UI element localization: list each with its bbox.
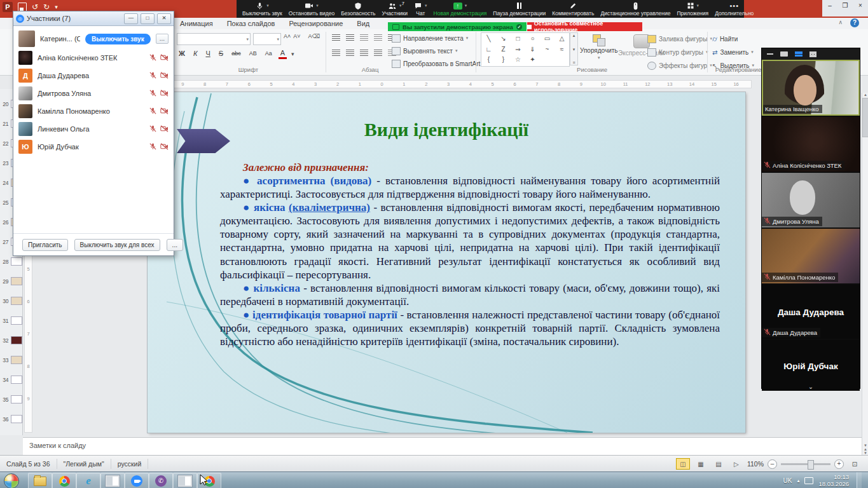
text-shadow-button[interactable]: abc <box>230 48 243 59</box>
more-videos-chevron-icon[interactable]: ⌄ <box>762 383 860 390</box>
status-language[interactable]: русский <box>111 459 149 469</box>
shape-glyph[interactable]: ▭ <box>541 34 553 44</box>
redo-icon[interactable]: ↻ <box>43 3 50 11</box>
footer-more-button[interactable]: ... <box>167 239 183 251</box>
tab-показ-слайдов[interactable]: Показ слайдов <box>220 18 282 29</box>
slideshow-view-button[interactable]: ▷ <box>729 458 743 470</box>
bold-button[interactable]: Ж <box>177 48 187 59</box>
taskbar-file-explorer-button[interactable] <box>28 473 52 488</box>
stop-sharing-button[interactable]: Остановить совместное использование <box>527 22 642 31</box>
shape-glyph[interactable]: ~ <box>541 44 553 55</box>
video-tile[interactable]: Дмитрова Уляна <box>762 173 860 227</box>
shape-glyph[interactable]: } <box>497 55 509 65</box>
decrease-indent-icon[interactable] <box>360 34 368 41</box>
tab-вид[interactable]: Вид <box>350 18 376 29</box>
align-center-icon[interactable] <box>346 50 354 56</box>
video-tile[interactable]: Даша ДудареваДаша Дударева <box>762 285 860 339</box>
zoom-level-label[interactable]: 110% <box>747 460 764 468</box>
single-view-icon[interactable] <box>780 51 788 57</box>
scroll-up-icon[interactable]: ▲ <box>864 93 867 97</box>
zoom-in-button[interactable]: + <box>834 459 844 469</box>
powerpoint-logo-icon[interactable]: P <box>3 2 13 12</box>
chevron-down-icon[interactable]: ▾ <box>266 3 269 8</box>
minimize-videos-icon[interactable] <box>767 53 773 55</box>
participants-maximize-button[interactable]: □ <box>141 13 155 24</box>
slide-thumbnail-32[interactable]: 32 <box>0 330 22 350</box>
tab-анимация[interactable]: Анимация <box>173 18 220 29</box>
zoom-toolbar-participants-button[interactable]: ▾7Участники <box>378 0 411 18</box>
shapes-scrollbar[interactable]: ▴▾≡ <box>570 32 578 65</box>
restore-button[interactable]: ❐ <box>837 0 853 17</box>
scrollbar-thumb[interactable] <box>862 98 868 137</box>
show-desktop-button[interactable] <box>857 472 862 488</box>
fit-to-window-button[interactable]: ⊡ <box>848 458 862 470</box>
save-icon[interactable] <box>18 3 27 11</box>
normal-view-button[interactable]: ◫ <box>676 458 690 470</box>
help-icon[interactable]: ? <box>850 18 859 27</box>
video-tile[interactable]: Аліна Колісніченко ЗТЕК <box>762 117 860 172</box>
find-button[interactable]: ⌭Найти <box>712 33 754 44</box>
arrange-button[interactable]: Упорядочить▾ <box>580 34 618 60</box>
zoom-toolbar-stop-video-button[interactable]: ▾Остановить видео <box>286 0 338 18</box>
zoom-toolbar-pause-share-button[interactable]: Пауза демонстрации <box>490 0 549 18</box>
zoom-out-button[interactable]: – <box>768 459 777 469</box>
strikethrough-button[interactable]: S <box>217 48 225 59</box>
video-tile[interactable]: Катерина Іващенко <box>762 60 860 116</box>
font-size-combo[interactable]: ▾ <box>253 33 281 45</box>
align-right-icon[interactable] <box>360 50 368 56</box>
zoom-slider-thumb[interactable] <box>808 460 814 470</box>
shape-fill-button[interactable]: Заливка фигуры▾ <box>647 33 712 44</box>
display-tray-icon[interactable] <box>804 477 813 484</box>
participant-row[interactable]: Аліна Колісніченко ЗТЕК <box>13 49 174 67</box>
shape-outline-button[interactable]: Контур фигуры▾ <box>647 46 712 58</box>
qat-menu-icon[interactable]: ▾ <box>55 3 58 11</box>
notes-pane[interactable]: Заметки к слайду <box>23 437 862 455</box>
participants-window-titlebar[interactable]: ◎ Участники (7) — □ ✕ <box>13 11 174 26</box>
hidden-icons-chevron[interactable]: ▴ <box>797 478 799 484</box>
tab-рецензирование[interactable]: Рецензирование <box>282 18 350 29</box>
zoom-toolbar-apps-button[interactable]: ▾Приложения <box>673 0 712 18</box>
clear-formatting-icon[interactable]: А⌫ <box>308 33 320 45</box>
slide-thumbnail-29[interactable]: 29 <box>0 271 22 291</box>
zoom-toolbar-annotate-button[interactable]: Комментировать <box>549 0 597 18</box>
bullet-list-icon[interactable] <box>332 34 340 41</box>
video-tile[interactable]: Камілла Пономаренко <box>762 229 860 283</box>
mute-all-button[interactable]: Выключить звук для всех <box>74 239 160 251</box>
slide-sorter-view-button[interactable]: ▦ <box>694 458 708 470</box>
slide-scrollbar[interactable]: ▲ ▼ ▲ ▼ <box>862 93 868 455</box>
shape-glyph[interactable]: ╲ <box>483 34 495 44</box>
taskbar-chrome-button[interactable] <box>52 473 76 488</box>
split-view-icon[interactable] <box>795 51 803 57</box>
font-name-combo[interactable]: ▾ <box>177 33 251 45</box>
shape-glyph[interactable]: △ <box>556 34 568 44</box>
shape-glyph[interactable]: ⇒ <box>512 44 524 55</box>
start-button[interactable] <box>4 473 19 488</box>
invite-button[interactable]: Пригласить <box>22 239 68 251</box>
chevron-down-icon[interactable]: ▾ <box>697 3 699 8</box>
reading-view-button[interactable]: ▤ <box>712 458 726 470</box>
chevron-down-icon[interactable]: ▾ <box>465 3 467 8</box>
undo-icon[interactable]: ↺ <box>32 3 38 11</box>
justify-icon[interactable] <box>374 50 382 56</box>
participant-row-self[interactable]: Катерин... (Организатор, я) Выключить зв… <box>13 29 174 49</box>
taskbar-zoom-app-button[interactable] <box>125 473 149 488</box>
chevron-down-icon[interactable]: ▾ <box>425 3 427 8</box>
zoom-toolbar-more-button[interactable]: •••Дополнительно <box>712 0 757 18</box>
zoom-toolbar-mute-button[interactable]: ▾Выключить звук <box>239 0 286 18</box>
zoom-slider[interactable] <box>781 463 830 465</box>
participants-minimize-button[interactable]: — <box>124 13 138 24</box>
language-indicator[interactable]: UK <box>783 477 792 484</box>
character-spacing-button[interactable]: АВ <box>247 48 259 59</box>
chevron-down-icon[interactable]: ▾ <box>316 3 319 8</box>
slide-thumbnail-33[interactable]: 33 <box>0 350 22 370</box>
slide-thumbnail-35[interactable]: 35 <box>0 390 22 409</box>
shape-glyph[interactable]: □ <box>512 34 524 44</box>
taskbar-powerpoint-window-button[interactable] <box>100 473 125 488</box>
video-tile[interactable]: Юрій Дубчак⌄ <box>762 340 860 391</box>
increase-indent-icon[interactable] <box>374 34 382 41</box>
shape-glyph[interactable]: ∟ <box>483 44 495 55</box>
shape-glyph[interactable]: ⇓ <box>527 44 539 55</box>
participant-row[interactable]: Камілла Пономаренко <box>13 102 174 120</box>
numbered-list-icon[interactable] <box>346 34 354 41</box>
participant-row[interactable]: ДДаша Дударева <box>13 67 174 85</box>
